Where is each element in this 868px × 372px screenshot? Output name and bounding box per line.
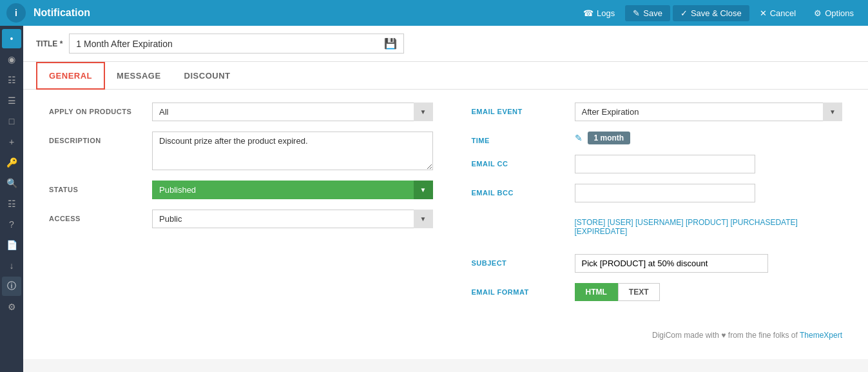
tab-message[interactable]: MESSAGE bbox=[105, 62, 173, 89]
time-row: TIME ✎ 1 month bbox=[472, 132, 843, 144]
email-format-label: EMAIL FORMAT bbox=[472, 283, 568, 296]
email-cc-input[interactable] bbox=[575, 155, 755, 173]
var-username[interactable]: [USERNAME] bbox=[635, 218, 684, 227]
apply-on-products-row: APPLY ON PRODUCTS All Specific ▼ bbox=[49, 103, 433, 121]
save-label: Save bbox=[643, 8, 662, 18]
tabs-bar: GENERAL MESSAGE DISCOUNT bbox=[23, 62, 868, 90]
logs-button[interactable]: ☎ Logs bbox=[575, 5, 622, 21]
sidebar-item-key[interactable]: 🔑 bbox=[2, 153, 21, 172]
email-cc-label: EMAIL CC bbox=[472, 155, 568, 168]
time-value-row: ✎ 1 month bbox=[575, 132, 631, 144]
variables-spacer bbox=[472, 213, 568, 218]
title-bar: TITLE * 💾 bbox=[23, 26, 868, 62]
email-event-label: EMAIL EVENT bbox=[472, 103, 568, 115]
access-wrap: Public Private ▼ bbox=[152, 210, 433, 228]
sidebar-item-dashboard[interactable]: ◉ bbox=[2, 50, 21, 69]
app-title: Notification bbox=[34, 7, 90, 19]
access-label: ACCESS bbox=[49, 210, 146, 222]
apply-on-products-select[interactable]: All Specific bbox=[152, 103, 433, 121]
access-row: ACCESS Public Private ▼ bbox=[49, 210, 433, 228]
form-container: APPLY ON PRODUCTS All Specific ▼ DESCRIP… bbox=[23, 90, 868, 359]
time-edit-icon[interactable]: ✎ bbox=[575, 133, 583, 143]
right-column: EMAIL EVENT After Expiration Before Expi… bbox=[459, 103, 843, 311]
logo-text: i bbox=[15, 8, 17, 18]
sidebar: • ◉ ☷ ☰ □ + 🔑 🔍 ☷ ? 📄 ↓ ⓘ ⚙ bbox=[0, 26, 23, 372]
email-cc-row: EMAIL CC bbox=[472, 155, 843, 173]
logs-label: Logs bbox=[597, 8, 615, 18]
footer-text: DigiCom made with ♥ from the fine folks … bbox=[652, 331, 800, 340]
left-column: APPLY ON PRODUCTS All Specific ▼ DESCRIP… bbox=[49, 103, 433, 311]
app-logo: i bbox=[6, 3, 26, 23]
cancel-button[interactable]: ✕ Cancel bbox=[752, 5, 804, 21]
description-textarea[interactable]: Discount prize after the product expired… bbox=[152, 132, 433, 170]
email-event-row: EMAIL EVENT After Expiration Before Expi… bbox=[472, 103, 843, 121]
variables-row: [STORE] [USER] [USERNAME] [PRODUCT] [PUR… bbox=[472, 213, 843, 244]
email-format-buttons: HTML TEXT bbox=[575, 283, 660, 301]
tab-general[interactable]: GENERAL bbox=[36, 62, 105, 90]
sidebar-item-menu[interactable]: ☰ bbox=[2, 91, 21, 110]
tab-discount[interactable]: DISCOUNT bbox=[173, 62, 242, 89]
sidebar-item-chart[interactable]: ☷ bbox=[2, 194, 21, 213]
apply-on-products-wrap: All Specific ▼ bbox=[152, 103, 433, 121]
status-row: STATUS Published Unpublished ▼ bbox=[49, 181, 433, 199]
form-area: APPLY ON PRODUCTS All Specific ▼ DESCRIP… bbox=[36, 90, 855, 324]
email-format-row: EMAIL FORMAT HTML TEXT bbox=[472, 283, 843, 301]
sidebar-item-search[interactable]: 🔍 bbox=[2, 173, 21, 193]
title-input-wrapper: 💾 bbox=[69, 34, 404, 54]
sidebar-item-home[interactable]: • bbox=[2, 29, 21, 48]
gear-icon: ⚙ bbox=[814, 8, 822, 18]
footer-link[interactable]: ThemeXpert bbox=[800, 331, 842, 340]
subject-row: SUBJECT bbox=[472, 254, 843, 273]
sidebar-item-info[interactable]: ⓘ bbox=[2, 277, 21, 296]
save-close-button[interactable]: ✓ Save & Close bbox=[673, 5, 749, 21]
format-html-button[interactable]: HTML bbox=[575, 283, 618, 301]
main-content: TITLE * 💾 GENERAL MESSAGE DISCOUNT APPLY… bbox=[23, 26, 868, 372]
description-label: DESCRIPTION bbox=[49, 132, 146, 144]
access-select[interactable]: Public Private bbox=[152, 210, 433, 228]
check-icon: ✓ bbox=[680, 8, 688, 18]
description-row: DESCRIPTION Discount prize after the pro… bbox=[49, 132, 433, 170]
sidebar-item-download[interactable]: ↓ bbox=[2, 256, 21, 275]
var-store[interactable]: [STORE] bbox=[575, 218, 606, 227]
sidebar-item-grid[interactable]: ☷ bbox=[2, 70, 21, 90]
email-bcc-input[interactable] bbox=[575, 184, 755, 202]
status-label: STATUS bbox=[49, 181, 146, 193]
options-label: Options bbox=[825, 8, 854, 18]
options-button[interactable]: ⚙ Options bbox=[806, 5, 862, 21]
save-button[interactable]: ✎ Save bbox=[625, 5, 670, 21]
save-close-label: Save & Close bbox=[691, 8, 742, 18]
time-label: TIME bbox=[472, 132, 568, 144]
status-wrap: Published Unpublished ▼ bbox=[152, 181, 433, 199]
cancel-icon: ✕ bbox=[760, 8, 767, 18]
apply-on-products-label: APPLY ON PRODUCTS bbox=[49, 103, 146, 115]
var-purchasedate[interactable]: [PURCHASEDATE] bbox=[730, 218, 797, 227]
email-event-wrap: After Expiration Before Expiration ▼ bbox=[575, 103, 843, 121]
time-badge: 1 month bbox=[588, 132, 631, 144]
email-bcc-label: EMAIL BCC bbox=[472, 184, 568, 197]
status-select[interactable]: Published Unpublished bbox=[152, 181, 433, 199]
title-input[interactable] bbox=[76, 39, 381, 49]
main-layout: • ◉ ☷ ☰ □ + 🔑 🔍 ☷ ? 📄 ↓ ⓘ ⚙ TITLE * 💾 GE… bbox=[0, 26, 868, 372]
var-product[interactable]: [PRODUCT] bbox=[686, 218, 728, 227]
sidebar-item-settings[interactable]: ⚙ bbox=[2, 297, 21, 317]
subject-label: SUBJECT bbox=[472, 254, 568, 267]
top-navigation: i Notification ☎ Logs ✎ Save ✓ Save & Cl… bbox=[0, 0, 868, 26]
logs-icon: ☎ bbox=[583, 8, 593, 18]
footer: DigiCom made with ♥ from the fine folks … bbox=[36, 324, 855, 346]
format-text-button[interactable]: TEXT bbox=[618, 283, 660, 301]
var-user[interactable]: [USER] bbox=[608, 218, 633, 227]
title-icon: 💾 bbox=[384, 37, 397, 50]
email-event-select[interactable]: After Expiration Before Expiration bbox=[575, 103, 843, 121]
email-bcc-row: EMAIL BCC bbox=[472, 184, 843, 202]
sidebar-item-box[interactable]: □ bbox=[2, 112, 21, 131]
title-field-label: TITLE * bbox=[36, 39, 63, 48]
variables-list: [STORE] [USER] [USERNAME] [PRODUCT] [PUR… bbox=[575, 218, 843, 236]
cancel-label: Cancel bbox=[770, 8, 796, 18]
sidebar-item-help[interactable]: ? bbox=[2, 215, 21, 234]
sidebar-item-plus[interactable]: + bbox=[2, 132, 21, 152]
var-expiredate[interactable]: [EXPIREDATE] bbox=[575, 227, 628, 236]
save-icon: ✎ bbox=[633, 8, 640, 18]
sidebar-item-file[interactable]: 📄 bbox=[2, 235, 21, 255]
subject-input[interactable] bbox=[575, 254, 768, 273]
